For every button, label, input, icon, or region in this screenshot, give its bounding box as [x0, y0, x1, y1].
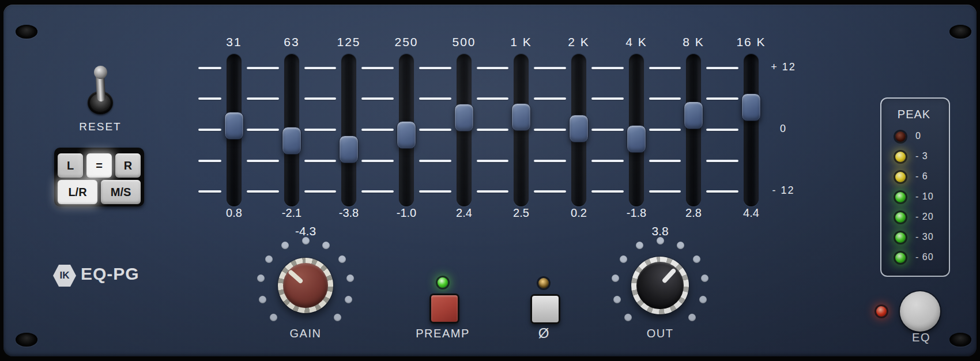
front-panel: RESET L=RL/RM/S IK EQ-PG 310.863-2.1125-…	[3, 5, 977, 356]
peak-led-label: 0	[915, 131, 945, 141]
peak-meter-leds: 0- 3- 6- 10- 20- 30- 60	[3, 5, 977, 356]
peak-led-30db	[895, 232, 906, 243]
eq-bypass-label: EQ	[887, 331, 956, 344]
peak-led-label: - 30	[915, 232, 945, 242]
peak-led-0db	[895, 131, 906, 142]
eq-pg-plugin-window: RESET L=RL/RM/S IK EQ-PG 310.863-2.1125-…	[0, 0, 980, 361]
peak-led-label: - 3	[915, 151, 945, 161]
peak-led-60db	[895, 253, 906, 263]
peak-led-20db	[895, 212, 906, 223]
peak-led-label: - 6	[915, 171, 945, 182]
peak-led-6db	[895, 172, 906, 182]
peak-led-label: - 60	[915, 252, 945, 262]
peak-led-3db	[895, 152, 906, 162]
peak-led-label: - 20	[915, 212, 945, 222]
peak-led-10db	[895, 192, 906, 202]
eq-active-led	[876, 306, 887, 317]
eq-bypass-button[interactable]	[900, 291, 940, 332]
peak-led-label: - 10	[915, 191, 945, 202]
